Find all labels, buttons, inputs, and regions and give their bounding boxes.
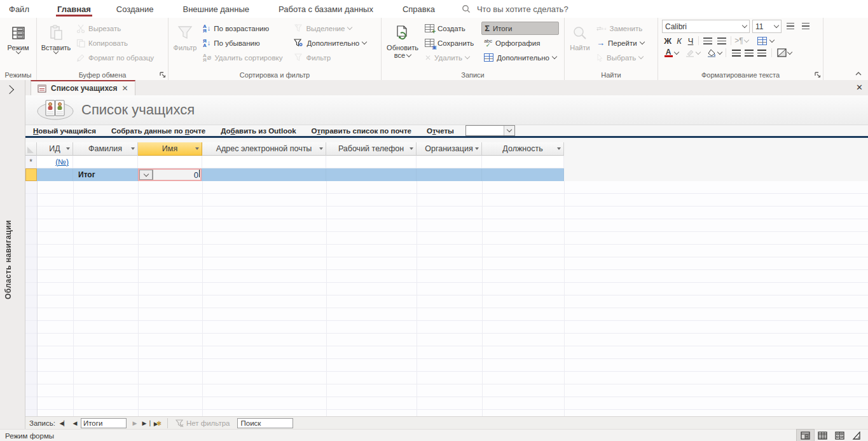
fill-color-icon[interactable] [705, 49, 718, 57]
current-record-box[interactable]: Итоги [81, 418, 127, 428]
tab-create[interactable]: Создание [107, 0, 163, 18]
bullet-list-icon[interactable] [784, 20, 797, 33]
column-header-email[interactable]: Адрес электронной почты [202, 142, 326, 156]
font-size-combo[interactable]: 11 [752, 20, 782, 33]
dialog-launcher-icon[interactable] [160, 72, 166, 78]
increase-indent-icon[interactable] [715, 37, 729, 44]
document-tab[interactable]: Список учащихся ✕ [31, 80, 135, 95]
totals-cell-firstname[interactable]: 0 [138, 168, 202, 181]
gridlines-icon[interactable] [754, 37, 770, 45]
layout-view-button[interactable] [831, 430, 848, 441]
previous-record-button[interactable]: ◀ [69, 420, 81, 426]
tell-me-search[interactable]: Что вы хотите сделать? [462, 4, 568, 14]
search-input[interactable]: Поиск [237, 418, 293, 428]
column-filter-icon[interactable] [557, 147, 561, 150]
cell-workphone-new[interactable] [326, 156, 417, 168]
first-record-button[interactable]: ◀▏ [58, 420, 69, 426]
column-header-id[interactable]: ИД [37, 142, 73, 156]
totals-cell-workphone[interactable] [326, 168, 417, 181]
column-filter-icon[interactable] [319, 147, 323, 150]
advanced-filter-button[interactable]: Дополнительно [291, 36, 369, 50]
tab-file[interactable]: Файл [0, 0, 38, 18]
collect-data-link[interactable]: Собрать данные по почте [104, 127, 213, 135]
new-blank-record-button[interactable]: ▶✱ [152, 420, 163, 427]
totals-cell-id[interactable] [37, 168, 73, 181]
last-record-button[interactable]: ▶▕ [141, 420, 152, 426]
more-records-button[interactable]: Дополнительно [481, 51, 559, 64]
cell-lastname-new[interactable] [73, 156, 138, 168]
cell-jobtitle-new[interactable] [482, 156, 564, 168]
column-header-firstname[interactable]: Имя [138, 142, 202, 156]
filter-big-button[interactable]: Фильтр [171, 20, 199, 69]
align-center-icon[interactable] [743, 50, 755, 57]
paragraph-direction-icon[interactable]: >¶ [733, 36, 745, 45]
cell-firstname-new[interactable] [138, 156, 202, 168]
highlight-color-icon[interactable] [684, 49, 696, 57]
no-filter-button[interactable]: Нет фильтра [172, 419, 234, 427]
tab-home[interactable]: Главная [48, 0, 100, 18]
dialog-launcher-icon[interactable] [815, 72, 821, 78]
new-student-link[interactable]: Новый учащийся [25, 127, 104, 135]
totals-cell-lastname[interactable]: Итог [73, 168, 138, 181]
selection-button[interactable]: Выделение [291, 22, 369, 35]
cell-company-new[interactable] [417, 156, 482, 168]
column-filter-icon[interactable] [410, 147, 413, 150]
cell-id-new[interactable]: (№) [37, 156, 73, 168]
design-view-button[interactable] [848, 430, 865, 441]
add-from-outlook-link[interactable]: Добавить из Outlook [213, 127, 303, 135]
sort-descending-button[interactable]: ЯА↓ По убыванию [200, 36, 285, 50]
expand-nav-pane-icon[interactable] [5, 85, 14, 94]
totals-combo[interactable]: 0 [138, 168, 202, 181]
totals-row-selector[interactable] [25, 168, 37, 181]
save-record-button[interactable]: ▣ Сохранить [422, 36, 476, 50]
navigation-pane[interactable]: Область навигации [0, 80, 25, 429]
sort-ascending-button[interactable]: АЯ↓ По возрастанию [200, 22, 285, 35]
chevron-down-icon[interactable] [140, 170, 153, 179]
collapse-ribbon-icon[interactable] [855, 71, 862, 76]
copy-button[interactable]: Копировать [74, 36, 156, 50]
new-record-selector[interactable]: * [25, 156, 37, 168]
find-button[interactable]: Найти [567, 20, 593, 69]
replace-button[interactable]: ⇄b c Заменить [594, 22, 647, 35]
next-record-button[interactable]: ▶ [129, 420, 141, 426]
tab-help[interactable]: Справка [394, 0, 444, 18]
form-view-button[interactable] [797, 430, 814, 441]
totals-cell-email[interactable] [202, 168, 326, 181]
reports-combo[interactable] [465, 125, 515, 136]
new-record-button[interactable]: ＋ Создать [422, 22, 476, 35]
delete-record-button[interactable]: ✕ Удалить [422, 51, 476, 64]
column-filter-icon[interactable] [195, 147, 199, 150]
clear-sort-button[interactable]: АЯ⌀ Удалить сортировку [200, 51, 285, 64]
totals-cell-jobtitle[interactable] [482, 168, 564, 181]
bold-button[interactable]: Ж [662, 36, 673, 46]
decrease-indent-icon[interactable] [701, 37, 715, 44]
refresh-all-button[interactable]: Обновить все [384, 20, 421, 69]
reports-link[interactable]: Отчеты [419, 127, 462, 135]
column-filter-icon[interactable] [66, 147, 70, 150]
column-header-workphone[interactable]: Рабочий телефон [326, 142, 417, 156]
font-name-combo[interactable]: Calibri [662, 20, 750, 33]
align-left-icon[interactable] [730, 50, 743, 57]
close-icon[interactable]: ✕ [122, 84, 128, 93]
column-header-lastname[interactable]: Фамилия [73, 142, 138, 156]
datasheet-view-button[interactable] [814, 430, 831, 441]
close-object-icon[interactable]: ✕ [856, 83, 863, 92]
view-button[interactable]: Режим [3, 20, 34, 69]
tab-external-data[interactable]: Внешние данные [174, 0, 258, 18]
column-filter-icon[interactable] [475, 147, 479, 150]
italic-button[interactable]: К [673, 36, 685, 46]
email-list-link[interactable]: Отправить список по почте [304, 127, 419, 135]
select-all-corner[interactable] [25, 142, 37, 156]
spelling-button[interactable]: abc✓ Орфография [481, 36, 559, 50]
cut-button[interactable]: Вырезать [74, 22, 156, 35]
tab-database-tools[interactable]: Работа с базами данных [270, 0, 382, 18]
column-header-company[interactable]: Организация [417, 142, 482, 156]
font-color-icon[interactable]: А [662, 49, 675, 57]
underline-button[interactable]: Ч [685, 36, 696, 46]
column-filter-icon[interactable] [131, 147, 135, 150]
toggle-filter-button[interactable]: Фильтр [291, 51, 369, 64]
cell-email-new[interactable] [202, 156, 326, 168]
totals-cell-company[interactable] [417, 168, 482, 181]
select-button[interactable]: Выбрать [594, 51, 647, 64]
paste-button[interactable]: Вставить [39, 20, 72, 69]
